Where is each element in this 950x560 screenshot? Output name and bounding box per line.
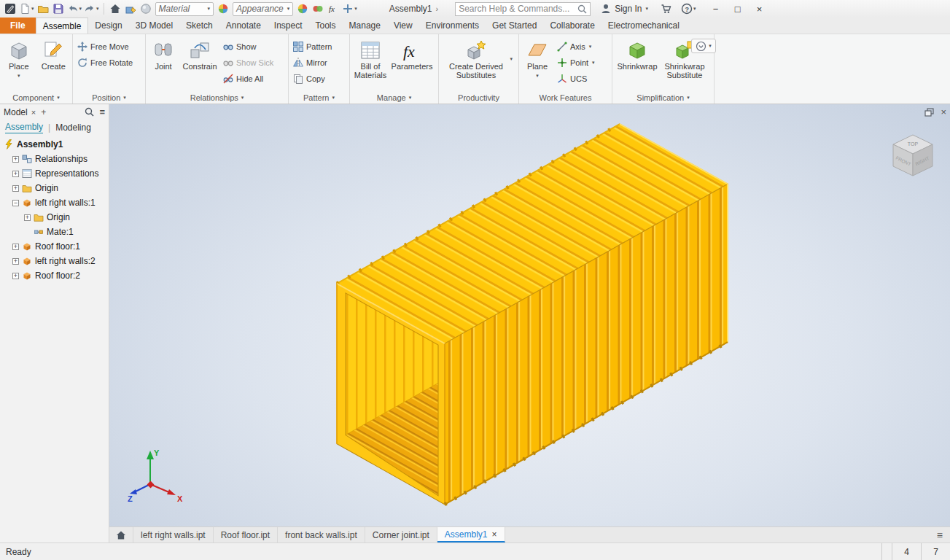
maximize-button[interactable]: □ xyxy=(727,1,749,17)
tab-assemble[interactable]: Assemble xyxy=(36,18,89,34)
simplification-group-label[interactable]: Simplification▾ xyxy=(612,91,714,104)
collapse-toggle[interactable]: − xyxy=(12,200,19,206)
search-input[interactable] xyxy=(459,4,575,14)
tree-item-relationships[interactable]: + Relationships xyxy=(0,152,109,166)
expand-toggle[interactable]: + xyxy=(12,273,19,279)
place-dropdown-arrow[interactable]: ▾ xyxy=(17,71,20,80)
expand-toggle[interactable]: + xyxy=(12,156,19,163)
help-button[interactable]: ?▾ xyxy=(680,1,697,16)
measure-dropdown-arrow[interactable]: ▾ xyxy=(354,6,357,12)
browser-search-icon[interactable] xyxy=(85,107,94,117)
position-group-label[interactable]: Position▾ xyxy=(73,91,145,104)
undo-button[interactable]: ▾ xyxy=(66,1,83,16)
plane-button[interactable]: Plane ▾ xyxy=(521,36,553,80)
tab-manage[interactable]: Manage xyxy=(343,18,387,34)
tree-item-left-right-walls-2[interactable]: + left right walls:2 xyxy=(0,254,109,268)
place-button[interactable]: Place ▾ xyxy=(2,36,36,80)
bill-of-materials-button[interactable]: Bill of Materials xyxy=(352,36,389,79)
container-3d-model[interactable] xyxy=(109,104,950,526)
copy-button[interactable]: Copy xyxy=(291,71,334,86)
parameters-quick-button[interactable]: fx xyxy=(326,1,340,16)
doc-tab-corner-joint[interactable]: Corner joint.ipt xyxy=(365,527,437,542)
parameters-button[interactable]: fx Parameters xyxy=(390,36,434,71)
appearance-dropdown[interactable]: Appearance▾ xyxy=(233,2,293,16)
pattern-button[interactable]: Pattern xyxy=(291,39,334,54)
redo-dropdown-arrow[interactable]: ▾ xyxy=(96,6,99,12)
close-document-icon[interactable]: × xyxy=(941,106,946,117)
adjust-button[interactable] xyxy=(311,1,325,16)
tree-item-origin[interactable]: + Origin xyxy=(0,181,109,195)
minimize-button[interactable]: − xyxy=(705,1,727,17)
expand-toggle[interactable]: + xyxy=(12,171,19,177)
tab-inspect[interactable]: Inspect xyxy=(268,18,309,34)
hide-all-button[interactable]: Hide All xyxy=(221,71,276,86)
shrinkwrap-button[interactable]: Shrinkwrap xyxy=(615,36,660,71)
store-button[interactable] xyxy=(659,1,674,16)
expand-toggle[interactable]: + xyxy=(24,214,31,221)
mirror-button[interactable]: Mirror xyxy=(291,55,334,70)
viewport-3d[interactable]: TOP FRONT RIGHT Y X Z xyxy=(109,104,950,526)
create-derived-dropdown-arrow[interactable]: ▾ xyxy=(510,55,513,63)
app-menu-button[interactable] xyxy=(3,1,17,16)
plane-dropdown-arrow[interactable]: ▾ xyxy=(536,71,539,80)
doc-tab-assembly1[interactable]: Assembly1× xyxy=(437,527,505,542)
expand-toggle[interactable]: + xyxy=(12,185,19,192)
material-dropdown-arrow[interactable]: ▾ xyxy=(208,6,211,12)
save-button[interactable] xyxy=(51,1,66,16)
relationships-group-label[interactable]: Relationships▾ xyxy=(146,91,288,104)
undo-dropdown-arrow[interactable]: ▾ xyxy=(79,6,82,12)
tab-electromechanical[interactable]: Electromechanical xyxy=(601,18,686,34)
doc-tab-menu-icon[interactable]: ≡ xyxy=(930,527,950,542)
view-cube[interactable]: TOP FRONT RIGHT xyxy=(887,131,938,182)
manage-group-label[interactable]: Manage▾ xyxy=(350,91,438,104)
create-button[interactable]: Create xyxy=(37,36,71,71)
help-search-box[interactable] xyxy=(455,2,591,16)
color-wheel-button[interactable] xyxy=(295,1,310,16)
tab-3d-model[interactable]: 3D Model xyxy=(129,18,179,34)
home-button[interactable] xyxy=(108,1,122,16)
browser-tab-modeling[interactable]: Modeling xyxy=(55,122,91,133)
browser-menu-icon[interactable]: ≡ xyxy=(99,106,105,117)
doc-tab-front-back-walls[interactable]: front back walls.ipt xyxy=(278,527,365,542)
doc-tab-left-right-walls[interactable]: left right walls.ipt xyxy=(133,527,214,542)
ribbon-options-button[interactable]: ▾ xyxy=(691,39,716,53)
tab-tools[interactable]: Tools xyxy=(309,18,343,34)
component-group-label[interactable]: Component▾ xyxy=(0,91,72,104)
tree-item-representations[interactable]: + Representations xyxy=(0,166,109,181)
tree-item-roof-floor-2[interactable]: + Roof floor:2 xyxy=(0,268,109,283)
appearance-wheel-button[interactable] xyxy=(216,1,230,16)
tree-item-assembly1[interactable]: Assembly1 xyxy=(0,137,109,152)
browser-tab-assembly[interactable]: Assembly xyxy=(5,122,43,133)
tab-annotate[interactable]: Annotate xyxy=(219,18,268,34)
doc-tab-roof-floor[interactable]: Roof floor.ipt xyxy=(214,527,278,542)
productivity-group-label[interactable]: Productivity xyxy=(439,91,518,104)
ucs-button[interactable]: UCS xyxy=(555,71,597,86)
point-button[interactable]: Point▾ xyxy=(555,55,597,70)
tab-collaborate[interactable]: Collaborate xyxy=(543,18,601,34)
joint-button[interactable]: Joint xyxy=(148,36,179,71)
appearance-dropdown-arrow[interactable]: ▾ xyxy=(287,6,290,12)
tab-design[interactable]: Design xyxy=(88,18,128,34)
material-sphere-button[interactable] xyxy=(139,1,153,16)
sign-in-button[interactable]: Sign In ▾ xyxy=(600,3,648,15)
update-button[interactable] xyxy=(123,1,138,16)
tree-item-origin-child[interactable]: + Origin xyxy=(0,210,109,225)
tab-get-started[interactable]: Get Started xyxy=(486,18,543,34)
tree-item-mate-1[interactable]: Mate:1 xyxy=(0,225,109,239)
tree-item-roof-floor-1[interactable]: + Roof floor:1 xyxy=(0,239,109,254)
work-features-group-label[interactable]: Work Features xyxy=(519,91,612,104)
browser-close-button[interactable]: × xyxy=(31,108,36,117)
help-dropdown-arrow[interactable]: ▾ xyxy=(693,6,696,12)
axis-button[interactable]: Axis▾ xyxy=(555,39,597,54)
show-sick-button[interactable]: Show Sick xyxy=(221,55,276,70)
restore-window-icon[interactable] xyxy=(924,108,935,117)
doc-tab-close-icon[interactable]: × xyxy=(492,529,497,540)
measure-button[interactable]: ▾ xyxy=(341,1,358,16)
tab-sketch[interactable]: Sketch xyxy=(179,18,219,34)
point-dropdown-arrow[interactable]: ▾ xyxy=(592,60,595,66)
tab-environments[interactable]: Environments xyxy=(419,18,486,34)
material-dropdown[interactable]: Material▾ xyxy=(155,2,214,16)
home-tab[interactable] xyxy=(109,527,133,542)
close-button[interactable]: × xyxy=(749,1,771,17)
open-file-button[interactable] xyxy=(36,1,50,16)
